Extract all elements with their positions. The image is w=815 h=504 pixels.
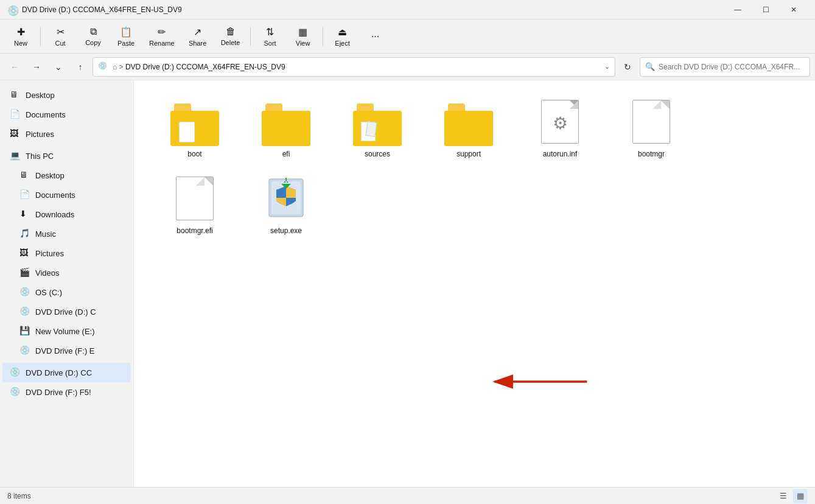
desktop-pc-icon: 🖥 [19,170,30,181]
sidebar-label-dvd-f-bottom: DVD Drive (F:) F5! [26,388,91,397]
file-item-bootmgrefi[interactable]: bootmgr.efi [152,169,237,240]
sidebar-item-dvd-d-active[interactable]: 💿 DVD Drive (D:) CC [2,363,131,382]
sidebar-label-desktop-qa: Desktop [26,91,55,100]
sidebar-item-pictures-qa[interactable]: 🖼 Pictures [2,124,131,144]
toolbar: ✚ New ✂ Cut ⧉ Copy 📋 Paste ✏ Rename ↗ Sh… [0,19,815,54]
sidebar-item-volume-e[interactable]: 💾 New Volume (E:) [2,321,131,341]
sidebar-label-volume-e: New Volume (E:) [35,327,95,336]
sidebar-item-documents-qa[interactable]: 📄 Documents [2,105,131,124]
title-bar-title: DVD Drive (D:) CCCOMA_X64FRE_EN-US_DV9 [22,5,724,14]
sort-button[interactable]: ⇅ Sort [254,22,286,51]
desktop-icon: 🖥 [10,89,21,100]
rename-button[interactable]: ✏ Rename [143,22,181,51]
new-button[interactable]: ✚ New [5,22,37,51]
toolbar-separator-2 [250,27,251,46]
share-icon: ↗ [194,26,201,38]
close-button[interactable]: ✕ [780,0,808,19]
documents-pc-icon: 📄 [19,189,30,200]
support-folder-icon [444,97,493,146]
copy-button[interactable]: ⧉ Copy [77,22,109,51]
file-item-support[interactable]: support [426,93,511,163]
setup-file-icon [262,174,310,223]
more-icon: ··· [371,31,379,42]
forward-button[interactable]: → [27,57,46,77]
file-item-efi[interactable]: efi [243,93,329,163]
sidebar-label-documents-pc: Documents [35,191,75,200]
sidebar-item-downloads-pc[interactable]: ⬇ Downloads [2,205,131,224]
status-bar: 8 items ☰ ▦ [0,487,815,504]
sources-label: sources [365,150,390,158]
sidebar-item-documents-pc[interactable]: 📄 Documents [2,185,131,205]
paste-button[interactable]: 📋 Paste [110,22,142,51]
delete-button[interactable]: 🗑 Delete [215,22,247,51]
item-count: 8 items [7,492,31,500]
boot-label: boot [187,150,201,158]
eject-button[interactable]: ⏏ Eject [327,22,359,51]
recent-button[interactable]: ⌄ [49,57,68,77]
view-button[interactable]: ▦ View [287,22,319,51]
sidebar-item-dvd-f-bottom[interactable]: 💿 DVD Drive (F:) F5! [2,382,131,402]
cut-icon: ✂ [57,26,65,38]
sidebar-label-dvd-d-active: DVD Drive (D:) CC [26,368,92,377]
sidebar-label-music: Music [35,229,56,239]
file-item-autorun[interactable]: ⚙ autorun.inf [517,93,603,163]
file-item-boot[interactable]: boot [152,93,237,163]
copy-icon: ⧉ [90,26,97,37]
sidebar-label-pictures-qa: Pictures [26,130,54,139]
delete-icon: 🗑 [226,26,236,37]
list-view-button[interactable]: ☰ [776,489,791,503]
gear-icon: ⚙ [553,113,568,133]
more-button[interactable]: ··· [360,22,391,51]
content-grid: boot efi sources [134,80,815,487]
sidebar-item-dvd-d[interactable]: 💿 DVD Drive (D:) C [2,302,131,321]
share-button[interactable]: ↗ Share [182,22,214,51]
sidebar-item-pictures-pc[interactable]: 🖼 Pictures [2,243,131,263]
boot-folder-icon [170,97,219,146]
efi-label: efi [282,150,290,158]
toolbar-separator-3 [323,27,323,46]
sidebar-item-videos-pc[interactable]: 🎬 Videos [2,263,131,282]
back-button[interactable]: ← [5,57,24,77]
grid-view-button[interactable]: ▦ [793,489,808,503]
toolbar-separator-1 [40,27,41,46]
setup-label: setup.exe [270,226,302,235]
thispc-icon: 💻 [10,150,21,161]
search-icon: 🔍 [645,62,655,71]
cut-label: Cut [55,40,65,47]
new-icon: ✚ [17,26,25,38]
search-box[interactable]: 🔍 [640,57,810,77]
sidebar-item-this-pc[interactable]: 💻 This PC [2,146,131,166]
file-item-setup[interactable]: setup.exe [243,169,329,240]
file-item-bootmgr[interactable]: bootmgr [609,93,694,163]
music-icon: 🎵 [19,228,30,239]
sources-folder-icon [353,97,402,146]
title-bar-controls: — ☐ ✕ [724,0,808,19]
maximize-button[interactable]: ☐ [752,0,780,19]
volume-e-icon: 💾 [19,326,30,337]
sidebar-label-dvd-f: DVD Drive (F:) E [35,346,95,355]
content-area: boot efi sources [134,80,815,487]
file-item-sources[interactable]: sources [335,93,420,163]
sidebar-label-desktop-pc: Desktop [35,171,65,180]
sidebar-item-desktop-pc[interactable]: 🖥 Desktop [2,166,131,185]
breadcrumb-home[interactable]: ⌂ [113,63,117,71]
search-input[interactable] [659,63,805,71]
refresh-button[interactable]: ↻ [618,57,637,77]
up-button[interactable]: ↑ [71,57,90,77]
sort-label: Sort [264,40,276,47]
paste-label: Paste [117,40,135,47]
cut-button[interactable]: ✂ Cut [44,22,76,51]
sidebar-item-dvd-f[interactable]: 💿 DVD Drive (F:) E [2,341,131,360]
autorun-label: autorun.inf [543,150,578,158]
sidebar-item-os-c[interactable]: 💿 OS (C:) [2,282,131,302]
minimize-button[interactable]: — [724,0,752,19]
share-label: Share [189,40,206,47]
address-bar[interactable]: 💿 ⌂ > DVD Drive (D:) CCCOMA_X64FRE_EN-US… [93,57,615,77]
downloads-icon: ⬇ [19,209,30,220]
view-label: View [296,40,310,47]
dvd-f-icon: 💿 [19,345,30,356]
sidebar-item-music-pc[interactable]: 🎵 Music [2,224,131,243]
new-label: New [14,40,27,47]
sidebar: 🖥 Desktop 📄 Documents 🖼 Pictures 💻 This … [0,80,134,487]
sidebar-item-desktop-qa[interactable]: 🖥 Desktop [2,85,131,105]
